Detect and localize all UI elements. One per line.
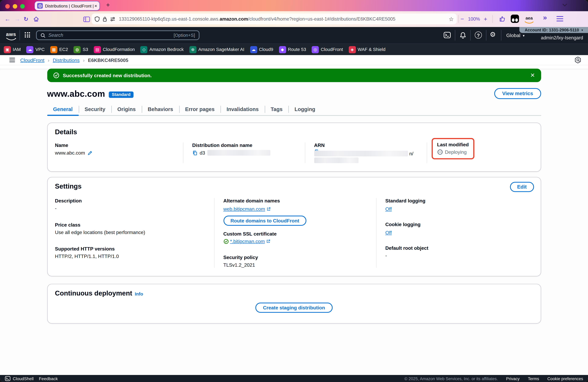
standard-logging-link[interactable]: Off — [385, 206, 392, 212]
breadcrumb-row: CloudFront › Distributions › E6KBKC4RE50… — [0, 55, 588, 65]
browser-tab[interactable]: Distributions | CloudFront | Glob × — [35, 1, 100, 10]
privacy-link[interactable]: Privacy — [506, 376, 520, 381]
extension-adblock-icon[interactable] — [511, 15, 519, 23]
extension-thumb-icon[interactable] — [499, 15, 506, 22]
cloudshell-icon[interactable] — [444, 32, 451, 38]
permissions-settings-icon[interactable] — [110, 16, 115, 21]
aws-search-input[interactable]: Search [Option+S] — [36, 30, 200, 40]
tab-list-chevron-icon[interactable] — [562, 3, 567, 7]
create-staging-distribution-button[interactable]: Create staging distribution — [255, 302, 333, 312]
bookmark-star-icon[interactable]: ☆ — [449, 16, 454, 22]
success-check-icon — [53, 72, 59, 78]
browser-menu-icon[interactable] — [557, 16, 563, 21]
external-link-icon — [266, 239, 270, 243]
cloudshell-icon[interactable] — [5, 376, 11, 381]
back-button[interactable]: ← — [4, 16, 10, 22]
breadcrumb-distributions[interactable]: Distributions — [53, 57, 80, 63]
alternate-domain-link[interactable]: web.bitipcman.com — [223, 206, 271, 212]
chevron-down-icon: ▼ — [581, 29, 583, 31]
tracking-shield-icon[interactable] — [94, 16, 100, 22]
bedrock-service-icon: ◇ — [140, 46, 147, 53]
desktop-background: Distributions | CloudFront | Glob × + ← … — [0, 0, 588, 382]
tab-error-pages[interactable]: Error pages — [179, 104, 221, 115]
breadcrumb-separator: › — [48, 57, 49, 63]
url-text[interactable]: 133129065110-ktp6q5zp.us-east-1.console.… — [119, 16, 446, 21]
tab-invalidations[interactable]: Invalidations — [221, 104, 265, 115]
tab-close-icon[interactable]: × — [94, 3, 97, 8]
account-menu[interactable]: Account ID: 1331-2906-5110 ▼ — [520, 27, 588, 33]
route-domains-button[interactable]: Route domains to CloudFront — [223, 215, 306, 226]
zoom-out-button[interactable]: − — [461, 16, 464, 22]
region-selector[interactable]: Global▼ — [506, 33, 525, 38]
favorites-item-s3[interactable]: ◍S3 — [74, 46, 88, 53]
tab-origins[interactable]: Origins — [111, 104, 142, 115]
terms-link[interactable]: Terms — [528, 376, 539, 381]
feedback-link[interactable]: Feedback — [39, 376, 58, 381]
favorites-item-cloudfront[interactable]: ◎CloudFront — [312, 46, 343, 53]
padlock-icon[interactable] — [102, 16, 107, 22]
favorites-item-cloudformation[interactable]: ▤CloudFormation — [94, 46, 135, 53]
macos-window-controls — [5, 4, 25, 9]
tab-tags[interactable]: Tags — [265, 104, 289, 115]
cloudshell-link[interactable]: CloudShell — [13, 376, 34, 381]
favorites-item-waf[interactable]: ◈WAF & Shield — [349, 46, 385, 53]
close-window-button[interactable] — [5, 4, 10, 9]
vpc-service-icon: ☁ — [26, 46, 34, 53]
notifications-bell-icon[interactable] — [460, 32, 466, 39]
ssl-certificate-link[interactable]: *.bitipcman.com — [223, 238, 270, 244]
settings-col-3: Standard logging Off Cookie logging Off … — [376, 198, 533, 268]
favorites-item-vpc[interactable]: ☁VPC — [26, 46, 45, 53]
distribution-name-value: www.abc.com — [55, 150, 85, 156]
tab-behaviors[interactable]: Behaviors — [142, 104, 179, 115]
nav-divider — [455, 30, 455, 41]
favorites-item-iam[interactable]: ▣IAM — [4, 46, 21, 53]
tab-security[interactable]: Security — [79, 104, 111, 115]
cloudfront-service-icon: ◎ — [312, 46, 319, 53]
zoom-level[interactable]: 100% — [468, 17, 480, 22]
home-button[interactable] — [33, 16, 39, 22]
extension-amazon-aea-icon[interactable]: aea — [524, 14, 534, 24]
copy-domain-icon[interactable] — [192, 150, 197, 155]
favorites-item-bedrock[interactable]: ◇Amazon Bedrock — [140, 46, 184, 53]
copyright-text: © 2025, Amazon Web Services, Inc. or its… — [404, 376, 498, 381]
settings-card: Settings Edit Description - Price class … — [47, 177, 541, 276]
edit-name-pencil-icon[interactable] — [87, 150, 92, 155]
details-domain-field: Distribution domain name d3 — [183, 143, 305, 163]
user-name: admin2/lxy-Isengard — [541, 35, 583, 41]
console-content: Successfully created new distribution. ✕… — [0, 69, 588, 379]
cookie-logging-link[interactable]: Off — [385, 230, 392, 235]
minimize-window-button[interactable] — [13, 4, 17, 9]
favorites-item-sagemaker[interactable]: ⊕Amazon SageMaker AI — [189, 46, 244, 53]
maximize-window-button[interactable] — [20, 4, 25, 9]
side-nav-hamburger-icon[interactable] — [9, 58, 15, 62]
redacted-arn-value — [314, 151, 408, 156]
aws-logo[interactable]: aws — [6, 31, 17, 41]
waf-service-icon: ◈ — [349, 46, 356, 53]
cookie-preferences-link[interactable]: Cookie preferences — [547, 376, 583, 381]
reload-button[interactable]: ↻ — [24, 16, 28, 22]
tab-logging[interactable]: Logging — [289, 104, 321, 115]
settings-col-1: Description - Price class Use all edge l… — [55, 198, 214, 268]
tab-general[interactable]: General — [47, 104, 79, 115]
info-link[interactable]: Info — [135, 291, 143, 297]
forward-button[interactable]: → — [14, 16, 20, 22]
breadcrumb-cloudfront[interactable]: CloudFront — [20, 57, 44, 63]
favorites-item-cloud9[interactable]: ☁Cloud9 — [250, 46, 273, 53]
amazon-q-icon[interactable] — [575, 57, 581, 63]
favorites-item-ec2[interactable]: ▦EC2 — [50, 46, 68, 53]
toolbar-overflow-chevrons-icon[interactable]: » — [543, 13, 547, 22]
new-tab-button[interactable]: + — [106, 1, 110, 9]
sidebar-toggle-icon[interactable] — [83, 16, 90, 22]
view-metrics-button[interactable]: View metrics — [494, 88, 541, 99]
browser-titlebar: Distributions | CloudFront | Glob × + — [0, 0, 588, 11]
edit-settings-button[interactable]: Edit — [510, 182, 534, 192]
favorites-item-route53[interactable]: ◆Route 53 — [279, 46, 306, 53]
flashbar-close-icon[interactable]: ✕ — [530, 72, 535, 79]
zoom-in-button[interactable]: + — [484, 16, 487, 22]
url-bar[interactable]: 133129065110-ktp6q5zp.us-east-1.console.… — [92, 13, 457, 24]
help-icon[interactable]: ? — [475, 31, 482, 39]
services-grid-icon[interactable] — [25, 32, 30, 38]
settings-gear-icon[interactable]: ⚙ — [490, 31, 496, 38]
page-header: www.abc.com Standard View metrics — [47, 88, 541, 100]
chevron-down-icon: ▼ — [522, 34, 525, 38]
